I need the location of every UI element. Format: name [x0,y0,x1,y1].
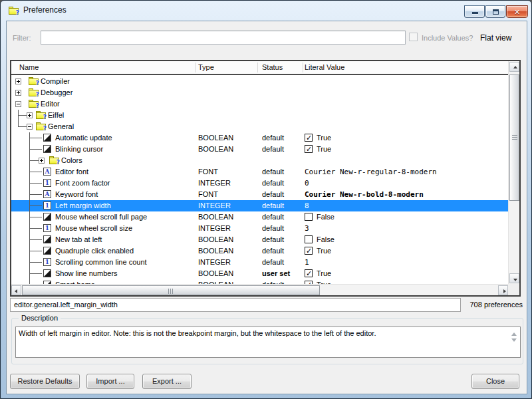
tree-row[interactable]: AEditor fontFONTdefaultCourier New-r-reg… [11,166,508,178]
tree-row[interactable]: Blinking cursorBOOLEANdefaultTrue [11,144,508,155]
tree-row[interactable]: ?Compiler [11,76,508,87]
description-text-area[interactable]: Width of left margin in editor. Note: th… [15,327,521,358]
unchecked-checkbox-icon[interactable] [305,213,313,221]
value-label: True [317,245,331,257]
tree-row[interactable]: 1Mouse wheel scroll sizeINTEGERdefault3 [11,223,508,234]
filter-input[interactable] [41,31,406,45]
tree-guide-line [18,115,27,116]
boolean-type-icon [43,269,51,277]
tree-row[interactable]: Show line numbersBOOLEANuser setTrue [11,268,508,279]
preference-type: BOOLEAN [198,144,233,155]
tree-row[interactable]: ?Editor [11,98,508,110]
unchecked-checkbox-icon[interactable] [305,235,313,243]
vertical-scroll-thumb[interactable] [509,74,519,201]
folder-icon: ? [29,100,39,108]
scroll-up-button[interactable] [509,62,519,72]
expand-icon[interactable] [27,112,33,118]
thumb-grip [168,289,173,294]
folder-icon: ? [29,77,39,85]
horizontal-scroll-thumb[interactable] [22,285,320,295]
column-divider[interactable] [303,63,303,72]
arrow-up-icon [513,66,517,68]
column-header-name[interactable]: Name [19,61,39,74]
preference-name: General [48,121,74,132]
close-window-button[interactable]: ✕ [506,5,528,18]
preference-name: Keyword font [55,189,98,200]
tree-row[interactable]: 1Font zoom factorINTEGERdefault0 [11,178,508,189]
description-group: Description Width of left margin in edit… [11,318,523,364]
scroll-left-button[interactable] [11,285,21,295]
preference-name: Smart home [55,279,95,284]
tree-row[interactable]: ?Debugger [11,87,508,98]
checked-checkbox-icon[interactable] [305,247,313,255]
tree-row[interactable]: 1Left margin widthINTEGERdefault8 [11,200,508,211]
preference-type: BOOLEAN [198,245,233,257]
preference-type: BOOLEAN [198,211,233,223]
scroll-right-button[interactable] [498,285,508,295]
tree-row[interactable]: ?Eiffel [11,110,508,121]
collapse-icon[interactable] [27,124,33,130]
value-label: True [317,279,331,284]
horizontal-scrollbar[interactable] [11,284,508,295]
export-button[interactable]: Export ... [142,374,192,389]
tree-row[interactable]: Smart homeBOOLEANdefaultTrue [11,279,508,284]
maximize-button[interactable] [485,5,505,18]
value-text: 0 [305,178,309,189]
include-values-checkbox[interactable] [409,33,418,41]
expand-icon[interactable] [39,158,45,164]
preference-type: FONT [198,166,218,178]
tree-row[interactable]: New tab at leftBOOLEANdefaultFalse [11,234,508,245]
preference-type: INTEGER [198,257,231,268]
scroll-down-button[interactable] [509,273,519,283]
expand-icon[interactable] [15,90,21,96]
preference-status: default [262,132,284,144]
tree-guide-line [29,183,42,184]
tree-row[interactable]: ?Colors [11,155,508,166]
flat-view-button[interactable]: Flat view [480,33,511,43]
column-divider[interactable] [195,63,196,72]
maximize-icon [493,9,499,15]
tree-row[interactable]: 1Scrolling common line countINTEGERdefau… [11,257,508,268]
minimize-button[interactable] [464,5,485,18]
preference-status: default [262,245,284,257]
column-header-status[interactable]: Status [262,61,283,74]
tree-row[interactable]: AKeyword fontFONTdefaultCourier New-r-bo… [11,189,508,200]
tree-row[interactable]: Quadruple click enabledBOOLEANdefaultTru… [11,245,508,257]
tree-row[interactable]: Automatic updateBOOLEANdefaultTrue [11,132,508,144]
value-label: False [317,211,334,223]
tree-guide-line [29,149,42,150]
tree-guide-line [29,279,30,284]
value-text: Courier New-r-bold-8-modern [305,189,424,200]
folder-icon: ? [29,88,39,96]
preference-status: default [262,223,284,234]
tree-guide-line [29,160,39,161]
checked-checkbox-icon[interactable] [305,269,313,277]
dialog-client-area: Filter: Include Values? Flat view Name T… [6,21,527,394]
title-bar[interactable]: ? Preferences ✕ [1,1,531,21]
restore-defaults-button[interactable]: Restore Defaults [10,374,80,389]
import-button[interactable]: Import ... [86,374,134,389]
tree-row[interactable]: ?General [11,121,508,132]
preference-status: default [262,178,284,189]
close-button[interactable]: Close [471,374,519,389]
preference-status: user set [262,268,290,279]
scrollbar-corner [508,284,519,295]
preference-name: Blinking cursor [55,144,103,155]
column-divider[interactable] [257,63,258,72]
description-scrollbar[interactable] [510,330,518,344]
checked-checkbox-icon[interactable] [305,145,313,153]
preference-status: default [262,200,284,211]
column-header-literal[interactable]: Literal Value [305,61,344,74]
column-header-type[interactable]: Type [198,61,214,74]
expand-icon[interactable] [15,78,21,84]
value-label: True [317,144,331,155]
collapse-icon[interactable] [15,101,21,107]
font-type-icon: A [43,190,51,198]
thumb-grip [512,135,517,140]
preference-count: 708 preferences [470,301,523,309]
preference-type: INTEGER [198,223,231,234]
window-title: Preferences [23,1,66,20]
vertical-scrollbar[interactable] [508,61,519,284]
tree-row[interactable]: Mouse wheel scroll full pageBOOLEANdefau… [11,211,508,223]
checked-checkbox-icon[interactable] [305,134,313,142]
